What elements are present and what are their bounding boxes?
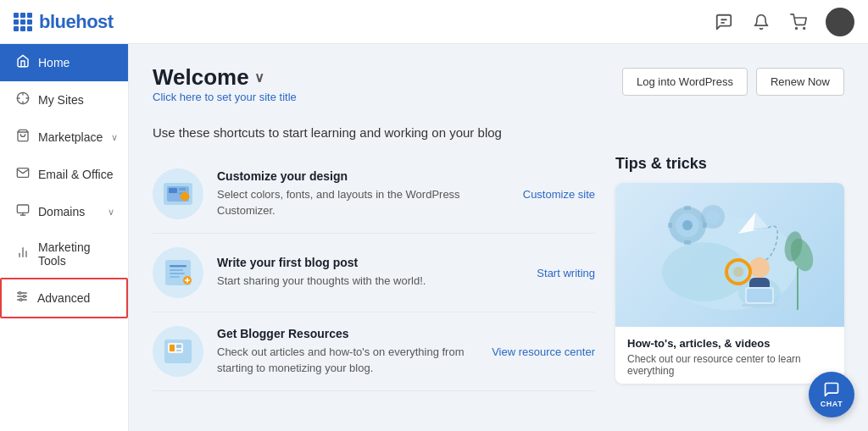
home-icon (16, 54, 30, 71)
blog-post-info: Write your first blog post Start sharing… (217, 256, 523, 290)
svg-rect-21 (179, 188, 186, 191)
svg-rect-61 (747, 289, 772, 302)
svg-rect-38 (170, 345, 175, 351)
tips-title: Tips & tricks (615, 155, 844, 173)
shortcut-item-resources: Get Blogger Resources Check out articles… (153, 312, 595, 391)
shortcuts-column: Customize your design Select colors, fon… (153, 155, 595, 391)
svg-point-2 (796, 27, 798, 29)
svg-point-47 (682, 220, 693, 230)
sidebar-item-domains-label: Domains (38, 205, 99, 218)
sidebar-item-email-office[interactable]: Email & Office (0, 156, 128, 193)
sidebar-item-advanced[interactable]: Advanced (0, 278, 128, 318)
svg-point-16 (23, 296, 25, 298)
main-layout: Home My Sites Marketplace ∨ (0, 44, 868, 431)
svg-rect-53 (703, 223, 707, 228)
svg-rect-31 (170, 273, 185, 274)
tips-card-desc: Check out our resource center to learn e… (627, 353, 832, 377)
cart-icon[interactable] (788, 12, 809, 32)
chat-label: CHAT (821, 400, 843, 408)
sidebar-item-domains[interactable]: Domains ∨ (0, 193, 128, 230)
svg-point-58 (749, 257, 770, 278)
sidebar-item-my-sites-label: My Sites (38, 93, 114, 107)
sidebar-item-home-label: Home (38, 56, 114, 69)
svg-rect-32 (170, 276, 180, 278)
blog-post-desc: Start sharing your thoughts with the wor… (217, 273, 523, 290)
topnav-right (714, 8, 854, 36)
sidebar-item-marketing-tools-label: Marketing Tools (38, 240, 114, 268)
sidebar-item-marketing-tools[interactable]: Marketing Tools (0, 230, 128, 278)
resources-icon-wrap (153, 326, 203, 377)
logo-grid-icon (14, 13, 32, 31)
content-grid: Customize your design Select colors, fon… (153, 155, 844, 391)
svg-rect-40 (176, 350, 181, 351)
customize-desc: Select colors, fonts, and layouts in the… (217, 186, 509, 219)
welcome-chevron-icon[interactable]: ∨ (254, 69, 264, 86)
sidebar-item-email-office-label: Email & Office (38, 168, 114, 181)
wordpress-icon (16, 91, 30, 108)
blog-post-title: Write your first blog post (217, 256, 523, 269)
tips-panel: Tips & tricks (615, 155, 844, 391)
svg-rect-52 (668, 223, 672, 228)
tips-card-title: How-to's, articles, & videos (627, 337, 832, 350)
customize-title: Customize your design (217, 169, 509, 183)
blog-post-icon-wrap (153, 247, 203, 298)
svg-marker-55 (754, 213, 768, 229)
svg-rect-6 (17, 205, 28, 213)
resources-title: Get Blogger Resources (217, 327, 478, 340)
marketplace-chevron-icon: ∨ (111, 132, 118, 143)
resources-info: Get Blogger Resources Check out articles… (217, 327, 478, 377)
tips-text-area: How-to's, articles, & videos Check out o… (615, 327, 844, 384)
tips-card[interactable]: How-to's, articles, & videos Check out o… (615, 183, 844, 384)
customize-site-link[interactable]: Customize site (523, 188, 595, 201)
bell-icon[interactable] (751, 12, 771, 32)
welcome-text: Welcome (153, 64, 249, 91)
envelope-icon (16, 166, 30, 183)
sidebar-item-my-sites[interactable]: My Sites (0, 81, 128, 119)
sidebar-item-marketplace-label: Marketplace (38, 130, 103, 144)
svg-rect-51 (684, 240, 691, 245)
svg-point-3 (804, 27, 805, 29)
sidebar-item-home[interactable]: Home (0, 44, 128, 81)
svg-rect-30 (170, 269, 183, 271)
sidebar: Home My Sites Marketplace ∨ (0, 44, 129, 431)
svg-rect-62 (742, 304, 777, 307)
main-content: Welcome ∨ Click here to set your site ti… (129, 44, 868, 431)
svg-rect-50 (684, 206, 691, 210)
shortcut-item-customize: Customize your design Select colors, fon… (153, 155, 595, 234)
svg-point-17 (19, 299, 22, 301)
chat-button[interactable]: CHAT (809, 372, 854, 417)
svg-rect-29 (170, 265, 186, 268)
svg-point-67 (733, 267, 743, 277)
shortcuts-heading: Use these shortcuts to start learning an… (153, 125, 844, 140)
bag-icon (16, 129, 30, 146)
customize-info: Customize your design Select colors, fon… (217, 169, 509, 219)
welcome-area: Welcome ∨ Click here to set your site ti… (153, 64, 297, 120)
resource-center-link[interactable]: View resource center (492, 345, 595, 358)
customize-icon-wrap (153, 169, 203, 219)
logo-area[interactable]: bluehost (14, 11, 114, 33)
sidebar-item-advanced-label: Advanced (37, 291, 113, 305)
user-avatar[interactable] (826, 8, 854, 36)
svg-rect-20 (169, 188, 177, 193)
sliders-icon (15, 290, 29, 307)
main-header: Welcome ∨ Click here to set your site ti… (153, 64, 844, 120)
top-navigation: bluehost (0, 0, 868, 44)
svg-point-49 (706, 210, 720, 224)
set-site-title-link[interactable]: Click here to set your site title (153, 91, 297, 103)
svg-rect-39 (176, 345, 181, 348)
svg-point-15 (19, 292, 21, 295)
domains-chevron-icon: ∨ (108, 207, 114, 218)
renew-now-button[interactable]: Renew Now (756, 68, 844, 96)
svg-rect-41 (168, 355, 190, 356)
log-into-wordpress-button[interactable]: Log into WordPress (622, 68, 748, 96)
header-buttons: Log into WordPress Renew Now (622, 68, 844, 96)
start-writing-link[interactable]: Start writing (537, 267, 595, 279)
sidebar-item-marketplace[interactable]: Marketplace ∨ (0, 119, 128, 156)
welcome-title: Welcome ∨ (153, 64, 297, 91)
chat-bubble-icon[interactable] (714, 12, 734, 32)
logo-text: bluehost (39, 11, 114, 33)
svg-rect-42 (168, 358, 185, 360)
building-icon (16, 203, 30, 220)
shortcut-item-blog-post: Write your first blog post Start sharing… (153, 234, 595, 312)
chart-icon (16, 246, 30, 262)
